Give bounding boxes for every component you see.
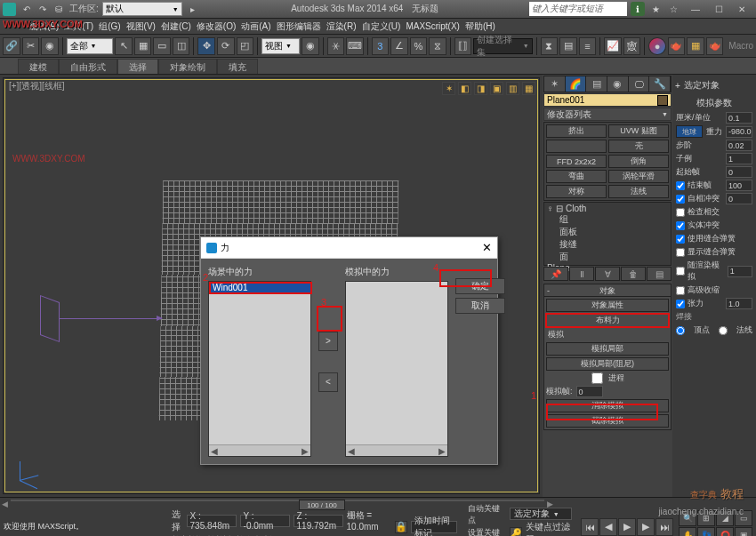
steering-icon[interactable]: ◧ <box>458 82 471 95</box>
btn-ffd[interactable]: FFD 2x2x2 <box>546 155 607 168</box>
chk-tension[interactable] <box>676 300 685 308</box>
time-slider-knob[interactable]: 100 / 100 <box>299 500 345 510</box>
stack-config-icon[interactable]: ▤ <box>647 267 672 281</box>
menu-render[interactable]: 渲染(R) <box>324 20 359 33</box>
workspace-dropdown[interactable]: 默认 <box>102 2 182 16</box>
stack-unique-icon[interactable]: ∀ <box>595 267 620 281</box>
menu-maxscript[interactable]: MAXScript(X) <box>403 21 462 31</box>
chk-end[interactable] <box>676 181 685 190</box>
rotate-icon[interactable]: ⟳ <box>217 37 235 55</box>
scrollbar[interactable]: ◀▶ <box>209 444 310 456</box>
btn-normal[interactable]: 法线 <box>608 185 669 198</box>
select-icon[interactable]: ↖ <box>115 37 133 55</box>
radio-vert[interactable] <box>676 326 685 335</box>
btn-earth[interactable]: 地球 <box>676 125 703 138</box>
object-wind[interactable] <box>40 292 120 372</box>
menu-create[interactable]: 创建(C) <box>158 20 194 33</box>
close-icon[interactable]: ✕ <box>730 2 753 17</box>
spinner-step[interactable]: 0.02 <box>726 140 752 151</box>
nav-pan-icon[interactable]: ✋ <box>679 527 696 536</box>
scrollbar[interactable]: ◀▶ <box>346 444 447 456</box>
render-frame-icon[interactable]: ▦ <box>687 37 704 55</box>
btn-turbo[interactable]: 涡轮平滑 <box>608 170 669 183</box>
nav-orbit-icon[interactable]: ⭕ <box>716 527 734 536</box>
manip-icon[interactable]: ⚹ <box>327 37 345 55</box>
select-name-icon[interactable]: ▦ <box>134 37 152 55</box>
btn-bend[interactable]: 弯曲 <box>546 170 607 183</box>
stack-pin-icon[interactable]: 📌 <box>543 267 568 281</box>
play-next-icon[interactable]: ▶ <box>637 518 655 536</box>
btn-cloth-force[interactable]: 布料力 <box>546 314 669 327</box>
coord-x[interactable]: X : 735.848m <box>187 515 237 527</box>
btn-move-right[interactable]: > <box>318 332 338 351</box>
keyboard-icon[interactable]: ⌨ <box>346 37 364 55</box>
spinner-adv[interactable]: 1 <box>728 266 752 277</box>
dialog-titlebar[interactable]: 力 ✕ <box>201 237 497 259</box>
coord-y[interactable]: Y : -0.0mm <box>240 515 290 527</box>
grid-toggle-icon[interactable]: ▦ <box>522 82 535 95</box>
chk-showspring[interactable] <box>676 248 685 257</box>
sel-obj-header[interactable]: 选定对象 <box>673 76 755 95</box>
ref-coord-dropdown[interactable]: 视图 <box>261 38 300 54</box>
align-icon[interactable]: ▤ <box>559 37 577 55</box>
redo-icon[interactable]: ↷ <box>36 2 50 16</box>
view-max-icon[interactable]: ▣ <box>490 82 503 95</box>
tab-display-icon[interactable]: 🖵 <box>629 76 650 92</box>
percent-snap-icon[interactable]: % <box>410 37 428 55</box>
play-start-icon[interactable]: ⏮ <box>581 518 599 536</box>
spinner-tension[interactable]: 1.0 <box>726 298 752 309</box>
tab-freeform[interactable]: 自由形式 <box>59 59 117 74</box>
spinner-selfcol[interactable]: 0 <box>726 193 752 204</box>
play-prev-icon[interactable]: ◀ <box>599 518 617 536</box>
btn-shell[interactable]: 壳 <box>608 140 669 153</box>
btn-chamfer[interactable]: 倒角 <box>608 155 669 168</box>
tab-modeling[interactable]: 建模 <box>18 59 59 74</box>
tab-modify-icon[interactable]: 🌈 <box>566 76 587 92</box>
chk-check[interactable] <box>676 208 685 217</box>
btn-erase-sim[interactable]: 消除模拟 <box>546 399 669 412</box>
menu-help[interactable]: 帮助(H) <box>462 20 498 33</box>
key-filter-dd[interactable]: 选定对象 <box>510 508 572 520</box>
tab-populate[interactable]: 填充 <box>217 59 258 74</box>
btn-cancel[interactable]: 取消 <box>455 298 505 314</box>
marquee-rect-icon[interactable]: ▭ <box>153 37 171 55</box>
spinner-grav[interactable]: -980.0 <box>726 126 752 138</box>
search-input[interactable]: 键入关键字或短语 <box>529 2 627 16</box>
chk-solid[interactable] <box>676 221 685 230</box>
play-end-icon[interactable]: ⏭ <box>655 518 673 536</box>
arrow-icon[interactable]: ▸ <box>186 2 200 16</box>
link-icon[interactable]: 🔗 <box>3 37 20 55</box>
radio-wire[interactable] <box>719 326 728 335</box>
render-icon[interactable]: 🫖 <box>706 37 724 55</box>
btn-extrude[interactable]: 挤出 <box>546 124 607 138</box>
named-selection[interactable]: 创建选择集 <box>473 38 532 54</box>
chk-adv[interactable] <box>676 267 685 276</box>
info-icon[interactable]: ℹ <box>631 2 645 16</box>
mirror-icon[interactable]: ⧗ <box>541 37 559 55</box>
tab-hierarchy-icon[interactable]: ▤ <box>586 76 607 92</box>
nav-max-icon[interactable]: ▣ <box>735 527 752 536</box>
btn-sim-local[interactable]: 模拟局部 <box>546 342 669 356</box>
chk-progress[interactable] <box>591 372 603 384</box>
named-sel-icon[interactable]: ⟦⟧ <box>454 37 472 55</box>
modifier-stack[interactable]: ♀ ⊟ Cloth 组 面板 接缝 面 Plane <box>543 202 672 266</box>
btn-truncate-sim[interactable]: 截除模拟 <box>546 414 669 428</box>
layers-icon[interactable]: ≡ <box>579 37 597 55</box>
pivot-icon[interactable]: ◉ <box>302 37 319 55</box>
star-icon[interactable]: ★ <box>648 2 663 16</box>
spinner-start[interactable]: 0 <box>726 166 752 178</box>
angle-snap-icon[interactable]: ∠ <box>390 37 408 55</box>
stack-show-icon[interactable]: Ⅱ <box>569 267 594 281</box>
stack-remove-icon[interactable]: 🗑 <box>621 267 646 281</box>
add-time-tag[interactable]: 添加时间标记 <box>411 521 457 533</box>
setkey-button[interactable]: 设置关键点 <box>468 527 501 536</box>
modifier-list-dropdown[interactable]: 修改器列表 <box>543 108 672 121</box>
shade-icon[interactable]: ◨ <box>474 82 487 95</box>
lock-icon[interactable]: 🔒 <box>395 521 407 533</box>
spinner-cm[interactable]: 0.1 <box>726 112 752 124</box>
favorite-icon[interactable]: ☆ <box>666 2 680 16</box>
menu-group[interactable]: 组(G) <box>96 20 123 33</box>
coord-z[interactable]: Z : 119.792m <box>294 515 343 527</box>
undo-icon[interactable]: ↶ <box>20 2 34 16</box>
chk-selfcol[interactable] <box>676 195 685 204</box>
